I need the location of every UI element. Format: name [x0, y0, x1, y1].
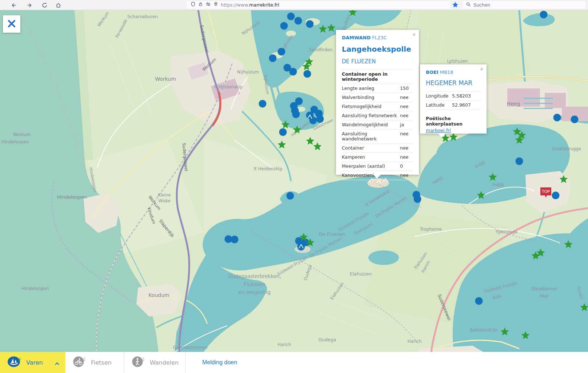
url-scheme: https://www.	[221, 2, 249, 8]
map-label: Kleine	[158, 193, 171, 198]
tab-fietsen-label: Fietsen	[91, 359, 112, 366]
table-row: Aansluiting wandelnetwerknee	[342, 130, 413, 144]
map-label: Fluessen	[244, 281, 265, 287]
map-label: Galamadammen	[173, 345, 208, 350]
map-marker-mooring[interactable]	[414, 195, 421, 203]
location-pin-icon	[213, 1, 218, 8]
forward-icon	[26, 2, 33, 8]
map-marker-mooring[interactable]	[231, 236, 239, 243]
popup-close-icon[interactable]: ×	[412, 32, 416, 37]
map-marker-mooring[interactable]	[280, 22, 288, 30]
table-row: Container open in winterperiode	[342, 70, 413, 84]
tab-varen[interactable]: Varen	[0, 352, 65, 373]
map-marker-mooring[interactable]	[292, 111, 300, 118]
map-label: Balksterstrân	[470, 328, 498, 333]
popup-boei: × BOEIMB18 HEGEMER MAR Longitude5.58203 …	[420, 64, 487, 134]
search-icon	[466, 1, 471, 8]
home-button[interactable]	[55, 2, 62, 8]
table-row: Meerpalen (aantal)0	[342, 162, 413, 171]
map-marker-mooring[interactable]	[295, 17, 302, 25]
table-row: Latitude52.9607	[426, 101, 481, 110]
map-marker-mooring[interactable]	[279, 128, 287, 136]
table-row: Longitude5.58203	[426, 91, 481, 101]
map-label: Heeg	[507, 101, 520, 107]
walker-icon	[132, 356, 145, 369]
map-label: Workum	[13, 132, 30, 137]
map-marker-mooring[interactable]	[316, 115, 324, 123]
map-label: It Heidenskip	[214, 84, 243, 90]
tab-fietsen[interactable]: Fietsen	[65, 352, 124, 373]
attribute-table: Longitude5.58203 Latitude52.9607	[426, 91, 481, 110]
map-label: Harich	[277, 342, 291, 347]
map-label: Wiske	[158, 198, 171, 203]
attribute-table: Container open in winterperiode Lengte a…	[342, 70, 413, 180]
map-marker-mooring[interactable]	[516, 158, 523, 165]
map-label: Sandfirden	[309, 47, 332, 52]
map-label: De Fluezen	[319, 231, 345, 237]
map-label: Indijk	[492, 182, 504, 187]
map-marker-mooring[interactable]	[289, 68, 297, 76]
popup-title: HEGEMER MAR	[426, 79, 481, 87]
map-label: Scharneburen	[127, 14, 158, 19]
browser-toolbar: https://www. marrekrite.frl Suchen	[0, 0, 588, 10]
back-button[interactable]	[11, 2, 17, 8]
table-row: Walverbindingnee	[342, 93, 413, 102]
map-label: Sleattemer	[531, 286, 558, 291]
map-label: Ypecolsga	[495, 229, 518, 234]
map-marker-mooring[interactable]	[278, 48, 285, 56]
close-icon	[7, 24, 16, 29]
map-label: Oudegaasterbrekken,	[228, 273, 281, 279]
map-marker-mooring[interactable]	[552, 192, 560, 199]
map-label: Hindeloopen	[1, 139, 29, 144]
map-marker-mooring[interactable]	[259, 100, 267, 108]
map-label: Nijhuizum	[237, 70, 259, 75]
map-label: Harich	[408, 339, 422, 344]
map-canvas: WorkumFerwoudeScharneburenSudergoaweiSud…	[0, 10, 588, 352]
map-label: Mar	[540, 293, 549, 299]
map-close-button[interactable]	[3, 15, 20, 33]
map-marker-mooring[interactable]	[553, 114, 561, 122]
search-placeholder: Suchen	[473, 2, 490, 8]
tab-wandelen[interactable]: Wandelen	[124, 352, 186, 373]
map-marker-mooring[interactable]	[304, 70, 311, 78]
marboei-link[interactable]: marboei.frl	[426, 128, 451, 133]
bicycle-icon	[73, 356, 86, 369]
map-marker-mooring[interactable]	[475, 297, 483, 305]
table-row: Wandelmogelijkheidja	[342, 120, 413, 130]
popup-pointer	[438, 133, 446, 138]
map-marker-mooring[interactable]	[287, 13, 295, 20]
map-label: Oudega	[319, 337, 336, 342]
reload-button[interactable]	[41, 2, 48, 8]
map-label: Smallebrugge	[552, 146, 581, 151]
table-row: Kamperennee	[342, 153, 413, 162]
forward-button[interactable]	[26, 2, 33, 8]
map-marker-mooring[interactable]	[287, 192, 294, 200]
chevron-up-icon[interactable]	[55, 360, 60, 367]
lock-icon	[198, 1, 203, 8]
map-marker-mooring[interactable]	[571, 116, 579, 123]
table-row: Aansluiting fietsnetwerknee	[342, 111, 413, 120]
search-bar[interactable]: Suchen	[463, 1, 585, 9]
map-marker-mooring[interactable]	[306, 20, 314, 28]
reload-icon	[41, 2, 48, 8]
map-label: It Heidenskip	[254, 166, 283, 171]
popup-title: Langehoekspolle	[342, 45, 413, 53]
map-label: Hindeloopen	[57, 194, 87, 200]
map-label: Hindeloopen	[21, 286, 49, 291]
popup-pointer	[373, 174, 381, 179]
permissions-icon	[205, 1, 211, 8]
map-label: Elahuizen	[350, 271, 372, 277]
popup-type: BOEIMB18	[426, 70, 481, 75]
map-marker-mooring[interactable]	[269, 55, 277, 62]
home-icon	[55, 2, 62, 8]
table-row: Containernee	[342, 144, 413, 153]
bookmark-star-icon[interactable]	[452, 1, 459, 8]
map[interactable]: WorkumFerwoudeScharneburenSudergoaweiSud…	[0, 10, 588, 352]
melding-doen-button[interactable]: Melding doen	[200, 359, 239, 366]
shield-icon	[191, 1, 196, 8]
url-bar[interactable]: https://www. marrekrite.frl	[187, 1, 450, 9]
map-marker-mooring[interactable]	[540, 11, 548, 19]
popup-close-icon[interactable]: ×	[480, 66, 483, 72]
table-row: Lengte aanleg150	[342, 84, 413, 93]
table-row: Fietsmogelijkheidnee	[342, 102, 413, 111]
